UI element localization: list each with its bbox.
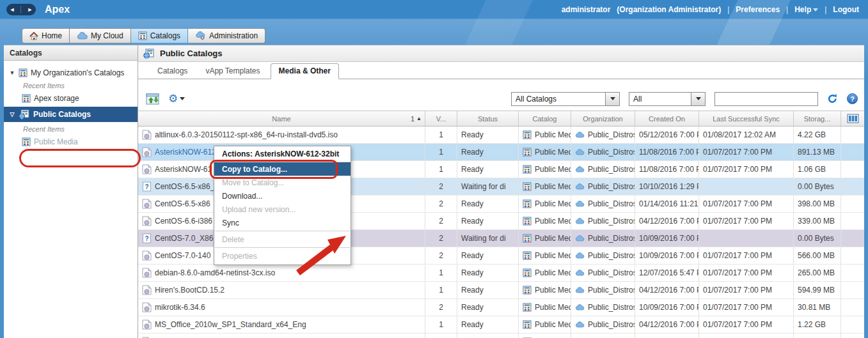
catalog-name: Public Med	[535, 199, 571, 208]
cell-storage: 30.81 MB	[794, 299, 841, 316]
catalog-icon	[19, 68, 28, 77]
upload-media-button[interactable]	[146, 93, 159, 105]
cloud-icon	[575, 218, 585, 224]
media-name: CentOS-6.5-x86_	[155, 182, 214, 191]
panel-title-bar: Public Catalogs	[138, 45, 864, 62]
sort-asc-icon: ▲	[416, 116, 422, 121]
tab-catalogs[interactable]: Catalogs	[150, 64, 195, 79]
cell-catalog: Public Med	[519, 213, 571, 229]
column-header-created[interactable]: Created On	[635, 111, 699, 126]
topbar-link-preferences[interactable]: Preferences	[736, 5, 780, 14]
table-row[interactable]: MS_Office_2010w_SP1_Standard_x64_Eng1Rea…	[138, 316, 864, 334]
twisty-icon[interactable]: ▼	[9, 70, 15, 76]
column-header-name[interactable]: Name1▲	[138, 111, 425, 126]
nav-tab-administration[interactable]: Administration	[188, 28, 265, 43]
column-picker-button[interactable]	[841, 111, 864, 126]
tab-vapp-templates[interactable]: vApp Templates	[198, 64, 267, 79]
twisty-icon[interactable]: ▽	[9, 111, 15, 118]
cloud-icon	[575, 321, 585, 328]
table-row[interactable]: debian-8.6.0-amd64-netinst-3cx.iso1Ready…	[138, 265, 864, 282]
cell-organization: Public_Distros	[571, 247, 635, 264]
catalog-icon	[523, 130, 532, 139]
menu-item-copy-to-catalog[interactable]: Copy to Catalog...	[214, 162, 351, 176]
catalog-name: Public Med	[535, 303, 571, 312]
cell-storage	[794, 334, 841, 338]
media-name: MS_Office_2010w_SP1_Standard_x64_Eng	[155, 320, 306, 329]
tree-item-apex-storage[interactable]: Apex storage	[4, 91, 138, 105]
column-header-label: Name	[272, 115, 290, 123]
cell-spacer	[841, 161, 864, 178]
cell-status: Ready	[457, 196, 519, 212]
forward-icon[interactable]: ►	[28, 4, 33, 15]
column-header-ver[interactable]: V...	[425, 111, 457, 126]
sidebar-header: Catalogs	[4, 45, 138, 61]
cloud-icon	[575, 132, 585, 138]
catalog-globe-icon	[143, 49, 155, 59]
tree-item-public-catalogs[interactable]: ▽Public Catalogs	[4, 107, 138, 122]
cell-status: Ready	[457, 282, 519, 298]
home-icon	[29, 32, 38, 40]
catalog-filter-select[interactable]: All Catalogs	[511, 92, 620, 106]
cell-organization: Public_Distros	[571, 196, 635, 212]
column-header-cat[interactable]: Catalog	[519, 111, 571, 126]
menu-item-move-to-catalog: Move to Catalog...	[214, 176, 351, 189]
context-menu-title: Actions: AsteriskNOW-612-32bit	[214, 146, 351, 162]
type-filter-select[interactable]: All	[629, 92, 706, 106]
nav-tab-my-cloud[interactable]: My Cloud	[70, 28, 131, 43]
media-name: CentOS-7.0_X86	[155, 234, 213, 243]
cell-created-on: 04/12/2016 7:00 P	[635, 213, 699, 229]
cell-version: 2	[425, 230, 457, 247]
cell-spacer	[841, 178, 864, 195]
cell-last-sync: 01/07/2017 7:00 PM	[699, 213, 794, 229]
table-row[interactable]: Hiren's.BootCD.15.21ReadyPublic MedPubli…	[138, 282, 864, 299]
tree-item-public-media[interactable]: Public Media	[4, 135, 138, 149]
cell-version: 1	[425, 282, 457, 298]
menu-item-properties: Properties	[214, 249, 351, 263]
cell-created-on	[635, 334, 699, 338]
search-input[interactable]	[714, 92, 818, 106]
tab-media-other[interactable]: Media & Other	[271, 63, 339, 79]
table-row[interactable]	[138, 334, 864, 338]
cloud-icon	[575, 304, 585, 311]
menu-item-sync[interactable]: Sync	[214, 216, 351, 229]
cell-version	[425, 334, 457, 338]
back-icon[interactable]: ◄	[10, 4, 15, 15]
chevron-down-icon	[605, 93, 619, 105]
media-disc-icon	[142, 250, 152, 261]
cell-version: 1	[425, 161, 457, 178]
column-header-org[interactable]: Organization	[571, 111, 635, 126]
catalog-icon	[523, 286, 532, 295]
column-header-status[interactable]: Status	[457, 111, 519, 126]
refresh-icon[interactable]	[827, 93, 838, 104]
table-row[interactable]: altlinux-6.0.3-20150112-spt-x86_64-ru-in…	[138, 127, 864, 144]
cell-last-sync: 01/07/2017 7:00 PM	[699, 282, 794, 298]
actions-gear-button[interactable]: ⚙	[168, 93, 185, 104]
column-header-label: V...	[436, 115, 446, 123]
nav-tab-catalogs[interactable]: Catalogs	[131, 28, 188, 43]
cloud-icon	[575, 287, 585, 293]
cell-created-on: 10/10/2016 1:29 P	[635, 178, 699, 195]
cell-organization: Public_Distros	[571, 299, 635, 316]
cell-status	[457, 334, 519, 338]
cell-name: mikrotik-6.34.6	[138, 299, 425, 316]
cell-catalog: Public Med	[519, 282, 571, 298]
topbar-link-help[interactable]: Help	[794, 5, 818, 14]
content-frame: Catalogs ▼My Organization's CatalogsRece…	[4, 45, 864, 338]
tree-item-my-organization-s-catalogs[interactable]: ▼My Organization's Catalogs	[4, 66, 138, 80]
column-header-stor[interactable]: Storag...	[794, 111, 841, 126]
nav-tab-home[interactable]: Home	[22, 28, 70, 43]
cell-status: Ready	[457, 316, 519, 333]
topbar-link-logout[interactable]: Logout	[833, 5, 859, 14]
column-header-sync[interactable]: Last Successful Sync	[699, 111, 794, 126]
menu-item-download[interactable]: Download...	[214, 189, 351, 203]
cell-version: 2	[425, 299, 457, 316]
catalog-icon	[523, 234, 532, 243]
cell-storage: 339.00 MB	[794, 213, 841, 229]
media-disc-icon	[142, 302, 152, 312]
cell-storage: 1.06 GB	[794, 161, 841, 178]
org-name: Public_Distros	[588, 234, 635, 243]
sidebar: Catalogs ▼My Organization's CatalogsRece…	[4, 45, 138, 338]
panel-title: Public Catalogs	[160, 49, 223, 58]
table-row[interactable]: mikrotik-6.34.62ReadyPublic MedPublic_Di…	[138, 299, 864, 316]
help-icon[interactable]: ?	[847, 93, 858, 104]
